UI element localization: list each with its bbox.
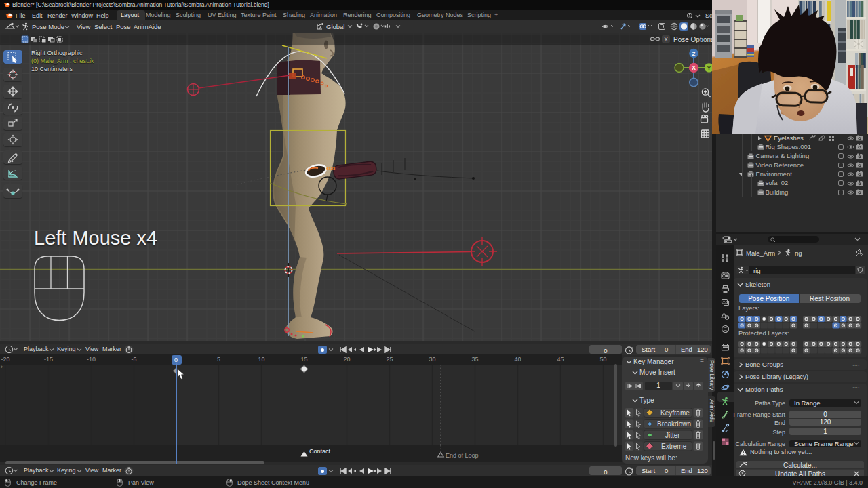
svg-text:X: X — [692, 64, 696, 71]
svg-text:X: X — [664, 36, 668, 43]
svg-text:6123: 6123 — [326, 167, 336, 171]
svg-text:Y: Y — [707, 65, 711, 71]
svg-text:Z: Z — [692, 51, 696, 57]
